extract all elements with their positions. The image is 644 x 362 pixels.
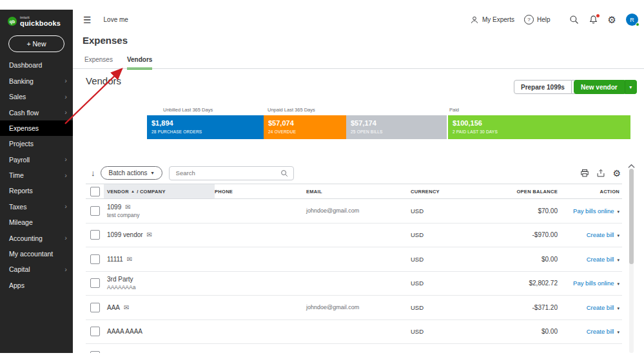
new-button[interactable]: + New	[8, 35, 64, 52]
column-header-open-balance[interactable]: OPEN BALANCE	[514, 189, 558, 195]
chevron-down-icon[interactable]: ▾	[617, 330, 620, 334]
quickbooks-logo-icon: qb	[8, 17, 17, 26]
column-header-vendor[interactable]: VENDOR ▲ / COMPANY	[104, 184, 215, 198]
search-input[interactable]	[175, 169, 268, 177]
chevron-down-icon[interactable]: ▾	[625, 80, 637, 94]
sidebar-item-reports[interactable]: Reports	[0, 183, 73, 198]
sidebar-item-expenses[interactable]: Expenses	[0, 120, 73, 136]
print-icon[interactable]	[580, 169, 589, 178]
row-action-link[interactable]: Create bill	[587, 352, 614, 353]
sidebar-item-label: Mileage	[9, 218, 33, 226]
sidebar-item-projects[interactable]: Projects	[0, 136, 73, 151]
prepare-1099s-label[interactable]: Prepare 1099s	[514, 80, 572, 94]
chevron-right-icon: ›	[64, 203, 67, 210]
sidebar-item-capital[interactable]: Capital›	[0, 262, 73, 277]
sidebar-item-label: Dashboard	[9, 61, 42, 69]
avatar[interactable]: R	[626, 14, 638, 26]
new-vendor-button[interactable]: New vendor ▾	[574, 80, 637, 94]
chevron-up-icon	[628, 164, 635, 169]
sidebar-item-label: Apps	[9, 281, 24, 289]
sidebar-item-taxes[interactable]: Taxes›	[0, 199, 73, 214]
vendor-name[interactable]: AAA	[107, 304, 120, 311]
vendor-currency: USD	[411, 328, 514, 335]
sort-ascending-icon: ▲	[131, 189, 135, 193]
vendor-name[interactable]: Aandrew	[107, 352, 132, 353]
row-checkbox[interactable]	[90, 206, 100, 216]
vendor-name[interactable]: 3rd Party	[107, 276, 133, 283]
company-name[interactable]: Love me	[104, 16, 128, 23]
batch-actions-label: Batch actions	[109, 169, 148, 176]
search-box[interactable]	[169, 166, 294, 180]
segment-open-bills[interactable]: $57,174 25 OPEN BILLS	[346, 115, 447, 139]
sidebar-item-apps[interactable]: Apps	[0, 278, 73, 293]
vendor-name[interactable]: 1099 vendor	[107, 231, 143, 238]
column-header-currency[interactable]: CURRENCY	[411, 189, 514, 195]
sidebar-item-dashboard[interactable]: Dashboard	[0, 57, 73, 73]
segment-purchase-orders[interactable]: $1,894 28 PURCHASE ORDERS	[147, 115, 264, 139]
chevron-down-icon[interactable]: ▾	[617, 233, 620, 238]
segment-caption: 24 OVERDUE	[268, 129, 346, 134]
vendor-name[interactable]: 11111	[107, 256, 123, 263]
sidebar-item-banking[interactable]: Banking›	[0, 73, 73, 89]
envelope-icon: ✉	[124, 304, 129, 311]
row-checkbox[interactable]	[90, 278, 100, 288]
tab-expenses[interactable]: Expenses	[84, 56, 113, 70]
sidebar-item-payroll[interactable]: Payroll›	[0, 151, 73, 167]
chevron-down-icon[interactable]: ▾	[617, 281, 620, 286]
select-all-checkbox[interactable]	[90, 187, 100, 196]
vendor-currency: USD	[411, 280, 514, 287]
row-action-link[interactable]: Create bill	[587, 328, 614, 335]
new-vendor-label[interactable]: New vendor	[574, 80, 625, 94]
sidebar-item-label: Banking	[9, 77, 34, 85]
column-header-action[interactable]: ACTION	[558, 189, 622, 195]
segment-caption: 28 PURCHASE ORDERS	[151, 129, 264, 134]
sidebar-item-time[interactable]: Time›	[0, 167, 73, 183]
envelope-icon: ✉	[127, 256, 132, 263]
row-checkbox[interactable]	[90, 254, 100, 264]
chevron-down-icon[interactable]: ▾	[617, 258, 620, 262]
row-checkbox[interactable]	[90, 303, 100, 312]
prepare-1099s-button[interactable]: Prepare 1099s ▾	[514, 80, 583, 94]
export-icon[interactable]	[596, 169, 605, 178]
segment-overdue[interactable]: $57,074 24 OVERDUE	[264, 115, 346, 139]
online-status-dot	[636, 23, 639, 26]
table-settings-gear-icon[interactable]: ⚙	[612, 169, 621, 178]
sidebar-item-my-accountant[interactable]: My accountant	[0, 246, 73, 262]
segment-caption: 2 PAID LAST 30 DAYS	[453, 129, 630, 134]
notifications-button[interactable]	[589, 15, 598, 24]
vendor-header-label: VENDOR	[107, 189, 129, 195]
chevron-right-icon: ›	[64, 266, 67, 273]
chevron-down-icon[interactable]: ▾	[617, 209, 620, 214]
row-action-link[interactable]: Pay bills online	[573, 280, 614, 287]
settings-button[interactable]: ⚙	[608, 15, 616, 24]
sidebar-item-accounting[interactable]: Accounting›	[0, 230, 73, 245]
vendor-name[interactable]: AAAA AAAA	[107, 328, 142, 335]
chevron-down-icon: ▾	[151, 170, 154, 176]
chevron-down-icon[interactable]: ▾	[617, 306, 620, 310]
sidebar-item-mileage[interactable]: Mileage	[0, 214, 73, 230]
sort-icon[interactable]: ↓	[91, 168, 95, 178]
row-checkbox[interactable]	[90, 327, 100, 336]
hamburger-menu-icon[interactable]: ☰	[83, 15, 92, 25]
money-bar-label-unpaid: Unpaid Last 365 Days	[268, 107, 315, 113]
vendor-name[interactable]: 1099	[107, 204, 121, 211]
row-action-link[interactable]: Create bill	[587, 256, 614, 263]
row-checkbox[interactable]	[90, 230, 100, 240]
tab-vendors[interactable]: Vendors	[127, 56, 152, 70]
scrollbar-track[interactable]	[629, 169, 634, 353]
search-button[interactable]	[569, 15, 579, 24]
scrollbar-thumb[interactable]	[629, 169, 634, 264]
row-action-link[interactable]: Create bill	[587, 304, 614, 311]
sidebar-item-cash-flow[interactable]: Cash flow›	[0, 104, 73, 120]
batch-actions-button[interactable]: Batch actions ▾	[101, 166, 162, 180]
column-header-email[interactable]: EMAIL	[306, 189, 411, 195]
row-action-link[interactable]: Pay bills online	[573, 207, 614, 214]
column-header-phone[interactable]: PHONE	[215, 189, 306, 195]
row-checkbox[interactable]	[90, 351, 100, 353]
segment-paid[interactable]: $100,156 2 PAID LAST 30 DAYS	[448, 115, 630, 139]
row-action-link[interactable]: Create bill	[587, 231, 614, 238]
my-experts-button[interactable]: My Experts	[470, 15, 514, 24]
sidebar-item-sales[interactable]: Sales›	[0, 89, 73, 104]
help-button[interactable]: ? Help	[524, 15, 551, 24]
money-bar-label-unbilled: Unbilled Last 365 Days	[163, 107, 213, 113]
